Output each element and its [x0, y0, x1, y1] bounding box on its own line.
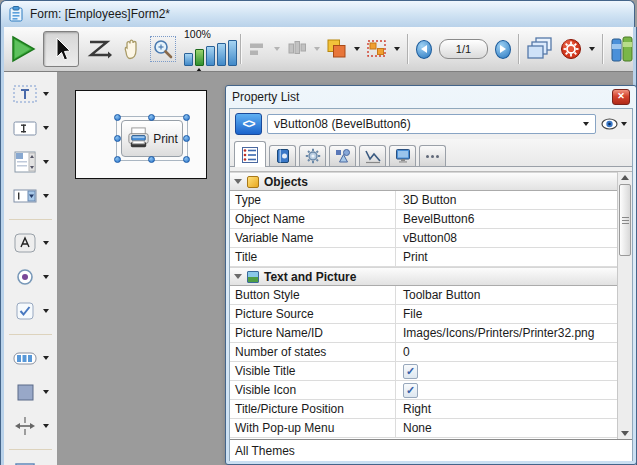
- close-icon[interactable]: ✕: [612, 89, 630, 105]
- check-box-tool-dropdown-icon[interactable]: [43, 309, 49, 313]
- highlight-button[interactable]: [601, 118, 627, 130]
- zoom-bar-50[interactable]: [184, 53, 193, 66]
- preferences-dropdown-icon[interactable]: [589, 47, 595, 51]
- next-page-button[interactable]: [495, 40, 511, 59]
- rectangle-tool-dropdown-icon[interactable]: [43, 390, 49, 394]
- zoom-bar-200[interactable]: [206, 46, 215, 66]
- list-box-tool-button[interactable]: [4, 149, 57, 175]
- print-button-object[interactable]: Print: [121, 120, 183, 157]
- zoom-level-widget[interactable]: 100%: [183, 29, 233, 69]
- zoom-bar-400[interactable]: [217, 43, 226, 66]
- selection-handle[interactable]: [183, 156, 190, 163]
- duplicate-many-button[interactable]: [367, 40, 387, 58]
- radio-button-tool-button[interactable]: [4, 264, 57, 290]
- execute-form-button[interactable]: [10, 35, 36, 63]
- palette-separator: [9, 449, 52, 450]
- objects-tab[interactable]: [329, 145, 356, 166]
- property-value[interactable]: File: [396, 305, 617, 323]
- zoom-tool-button[interactable]: [150, 36, 176, 62]
- checkbox[interactable]: ✓: [403, 364, 418, 379]
- splitter-tool-button[interactable]: [4, 413, 57, 439]
- property-label: Title/Picture Position: [230, 400, 396, 418]
- list-box-tool-dropdown-icon[interactable]: [43, 160, 49, 164]
- text-tool-button[interactable]: [4, 81, 57, 107]
- object-nav-button[interactable]: <>: [235, 113, 262, 135]
- selection-rect[interactable]: Print: [117, 117, 187, 160]
- selection-handle[interactable]: [114, 156, 121, 163]
- select-tool-button[interactable]: [43, 31, 79, 67]
- library-button[interactable]: [611, 36, 633, 62]
- property-list-titlebar[interactable]: Property List ✕: [229, 86, 633, 108]
- combo-box-tool-dropdown-icon[interactable]: [43, 194, 49, 198]
- events-tab[interactable]: [359, 145, 386, 166]
- level-dropdown-icon[interactable]: [354, 47, 360, 51]
- distribute-icon: [287, 40, 307, 58]
- theme-footer[interactable]: All Themes: [230, 439, 632, 461]
- options-tab[interactable]: [299, 145, 326, 166]
- print-button-label: Print: [153, 132, 178, 146]
- more-tab[interactable]: [419, 145, 446, 166]
- property-value[interactable]: Toolbar Button: [396, 286, 617, 304]
- property-row: Object NameBevelButton6: [230, 210, 617, 229]
- zoom-bars[interactable]: [184, 40, 237, 66]
- property-list-tab[interactable]: [234, 141, 266, 167]
- input-tool-button[interactable]: [4, 115, 57, 141]
- collapse-triangle-icon[interactable]: [234, 179, 242, 184]
- property-value[interactable]: ✓: [396, 381, 617, 399]
- property-value[interactable]: 0: [396, 343, 617, 361]
- scroll-down-icon[interactable]: [621, 431, 629, 436]
- property-value[interactable]: Right: [396, 400, 617, 418]
- scroll-up-icon[interactable]: [621, 175, 629, 180]
- property-scrollbar[interactable]: [617, 172, 632, 439]
- check-box-tool-button[interactable]: [4, 298, 57, 324]
- preferences-button[interactable]: [560, 38, 582, 60]
- progress-indicator-tool-button[interactable]: [4, 345, 57, 371]
- selection-handle[interactable]: [114, 114, 121, 121]
- checkbox[interactable]: ✓: [403, 383, 418, 398]
- selection-handle[interactable]: [183, 135, 190, 142]
- property-value[interactable]: Images/Icons/Printers/Printer32.png: [396, 324, 617, 342]
- selection-handle[interactable]: [183, 114, 190, 121]
- page-indicator-label: 1/1: [456, 43, 471, 55]
- button-tool-dropdown-icon[interactable]: [43, 241, 49, 245]
- button-tool-button[interactable]: [4, 230, 57, 256]
- property-value[interactable]: BevelButton6: [396, 210, 617, 228]
- property-value[interactable]: 3D Button: [396, 191, 617, 209]
- level-button[interactable]: [327, 39, 347, 59]
- duplicate-dropdown-icon[interactable]: [394, 47, 400, 51]
- form-page[interactable]: Print: [75, 90, 207, 179]
- selection-handle[interactable]: [148, 156, 155, 163]
- combo-box-tool-button[interactable]: [4, 183, 57, 209]
- selection-handle[interactable]: [114, 135, 121, 142]
- splitter-tool-dropdown-icon[interactable]: [43, 424, 49, 428]
- zoom-bar-100-current[interactable]: [195, 49, 204, 66]
- property-value[interactable]: vButton08: [396, 229, 617, 247]
- object-selector-dropdown[interactable]: vButton08 (BevelButton6): [267, 114, 596, 134]
- selection-handle[interactable]: [148, 114, 155, 121]
- scrollbar-thumb[interactable]: [619, 184, 631, 256]
- zoom-bar-800[interactable]: [228, 40, 237, 66]
- align-dropdown-icon: [274, 47, 280, 51]
- move-tool-button[interactable]: [119, 37, 143, 61]
- plugin-area-tool-button[interactable]: [4, 460, 57, 465]
- printer-icon: [126, 126, 151, 151]
- entry-order-button[interactable]: [86, 37, 112, 61]
- radio-button-tool-dropdown-icon[interactable]: [43, 275, 49, 279]
- object-selector-value: vButton08 (BevelButton6): [274, 117, 583, 131]
- rectangle-tool-button[interactable]: [4, 379, 57, 405]
- previous-page-button[interactable]: [416, 40, 432, 59]
- progress-tool-dropdown-icon[interactable]: [43, 356, 49, 360]
- input-tool-dropdown-icon[interactable]: [43, 126, 49, 130]
- form-windows-button[interactable]: [527, 37, 553, 61]
- section-header[interactable]: Text and Picture: [230, 267, 617, 286]
- property-value[interactable]: Print: [396, 248, 617, 266]
- text-tool-dropdown-icon[interactable]: [43, 92, 49, 96]
- window-titlebar[interactable]: Form: [Employees]Form2*: [0, 0, 635, 27]
- database-tab[interactable]: [269, 145, 296, 166]
- section-header[interactable]: Objects: [230, 172, 617, 191]
- property-value[interactable]: None: [396, 419, 617, 437]
- display-tab[interactable]: [389, 145, 416, 166]
- property-value[interactable]: ✓: [396, 362, 617, 380]
- collapse-triangle-icon[interactable]: [234, 274, 242, 279]
- property-list-title: Property List: [232, 90, 612, 104]
